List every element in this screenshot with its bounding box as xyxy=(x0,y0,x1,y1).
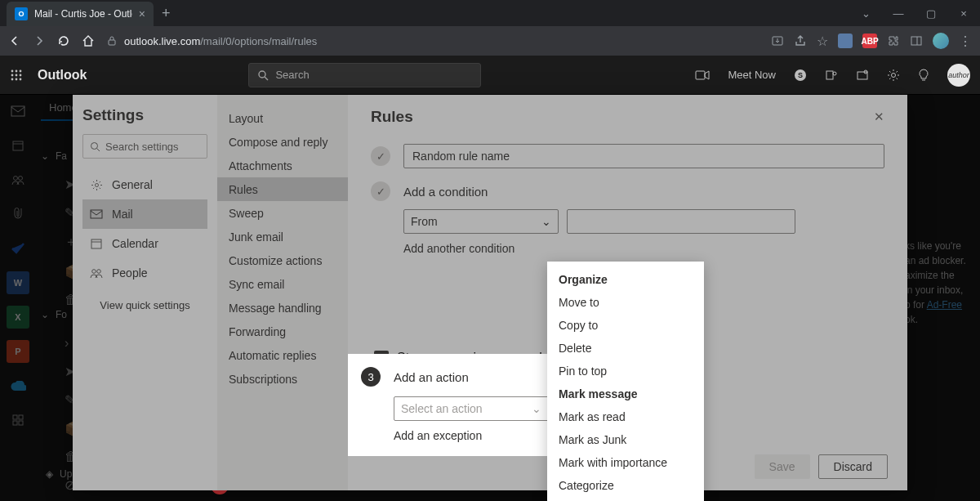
word-rail-icon[interactable]: W xyxy=(7,271,29,294)
condition-type-select[interactable]: From ⌄ xyxy=(403,209,559,234)
dd-categorize[interactable]: Categorize xyxy=(547,474,704,497)
profile-button[interactable]: author xyxy=(947,64,970,87)
maximize-button[interactable]: ▢ xyxy=(915,0,947,26)
condition-value-input[interactable] xyxy=(567,209,795,234)
new-tab-button[interactable]: + xyxy=(162,5,171,22)
rules-title: Rules xyxy=(371,108,413,126)
sidepanel-icon[interactable] xyxy=(910,34,923,47)
camera-icon[interactable] xyxy=(695,69,710,81)
search-input[interactable]: Search xyxy=(248,63,481,87)
chrome-menu-icon[interactable]: ⋮ xyxy=(959,34,972,49)
discard-button[interactable]: Discard xyxy=(818,454,888,479)
mail-sub-junk[interactable]: Junk email xyxy=(217,225,348,248)
settings-nav-calendar[interactable]: Calendar xyxy=(82,229,207,258)
svg-point-34 xyxy=(95,183,98,186)
view-quick-settings-link[interactable]: View quick settings xyxy=(82,299,207,311)
brand-label[interactable]: Outlook xyxy=(38,68,87,83)
mail-sub-rules[interactable]: Rules xyxy=(217,177,348,201)
mail-sub-attachments[interactable]: Attachments xyxy=(217,154,348,177)
excel-rail-icon[interactable]: X xyxy=(7,306,29,329)
rule-name-input[interactable] xyxy=(403,144,884,168)
mail-sub-sweep[interactable]: Sweep xyxy=(217,201,348,225)
meet-now-button[interactable]: Meet Now xyxy=(728,69,776,81)
mail-sub-auto-replies[interactable]: Automatic replies xyxy=(217,343,348,367)
forward-button[interactable] xyxy=(33,34,46,47)
svg-rect-36 xyxy=(91,239,101,248)
svg-rect-35 xyxy=(91,210,102,218)
install-app-icon[interactable] xyxy=(771,34,784,47)
svg-point-39 xyxy=(97,269,101,273)
svg-rect-30 xyxy=(13,421,17,425)
folders-section[interactable]: ⌄Fo xyxy=(41,309,67,320)
extension-icon[interactable] xyxy=(838,34,853,48)
svg-point-6 xyxy=(20,69,22,72)
extensions-puzzle-icon[interactable] xyxy=(887,34,900,47)
dd-pin-to-top[interactable]: Pin to top xyxy=(547,360,704,382)
calendar-rail-icon[interactable] xyxy=(7,134,29,157)
search-settings-input[interactable]: Search settings xyxy=(82,134,207,159)
address-bar[interactable]: outlook.live.com/mail/0/options/mail/rul… xyxy=(106,35,760,47)
minimize-button[interactable]: — xyxy=(882,0,915,26)
search-placeholder: Search xyxy=(275,69,309,81)
ad-free-link[interactable]: Ad-Free xyxy=(927,299,962,311)
people-rail-icon[interactable] xyxy=(7,168,29,191)
close-settings-button[interactable]: ✕ xyxy=(874,110,884,124)
mail-sub-message-handling[interactable]: Message handling xyxy=(217,296,348,320)
search-icon xyxy=(90,141,100,152)
profile-avatar-icon[interactable] xyxy=(933,33,949,49)
onedrive-rail-icon[interactable] xyxy=(7,374,29,397)
mail-sub-subscriptions[interactable]: Subscriptions xyxy=(217,367,348,391)
mail-sub-sync[interactable]: Sync email xyxy=(217,272,348,296)
more-apps-rail-icon[interactable] xyxy=(7,409,29,432)
browser-tab[interactable]: O Mail - Curtis Joe - Outlook × xyxy=(7,2,154,26)
skype-icon[interactable]: S xyxy=(794,69,807,82)
back-button[interactable] xyxy=(8,34,21,47)
svg-point-22 xyxy=(892,73,896,77)
close-tab-icon[interactable]: × xyxy=(139,7,145,20)
step1-badge: ✓ xyxy=(371,146,390,166)
svg-point-38 xyxy=(92,269,96,273)
dd-mark-importance[interactable]: Mark with importance xyxy=(547,451,704,474)
settings-nav-general[interactable]: General xyxy=(82,170,207,199)
svg-line-14 xyxy=(265,77,268,80)
todo-rail-icon[interactable] xyxy=(7,237,29,260)
people-icon xyxy=(89,268,104,279)
tips-bulb-icon[interactable] xyxy=(918,69,929,82)
teams-icon[interactable] xyxy=(825,69,838,82)
favorites-section[interactable]: ⌄Fa xyxy=(41,150,67,162)
powerpoint-rail-icon[interactable]: P xyxy=(7,340,29,363)
add-exception-button[interactable]: Add an exception xyxy=(394,429,482,442)
add-another-condition-button[interactable]: Add another condition xyxy=(403,242,514,255)
dd-mark-read[interactable]: Mark as read xyxy=(547,405,704,428)
mail-sub-customize[interactable]: Customize actions xyxy=(217,248,348,272)
upgrade-link[interactable]: ◈ Up xyxy=(46,468,72,480)
svg-point-8 xyxy=(16,74,18,76)
chevron-down-icon[interactable]: ⌄ xyxy=(849,0,882,26)
dd-copy-to[interactable]: Copy to xyxy=(547,314,704,337)
share-icon[interactable] xyxy=(794,34,807,47)
adblock-icon[interactable]: ABP xyxy=(862,34,877,48)
svg-rect-20 xyxy=(858,72,867,79)
svg-text:S: S xyxy=(798,71,803,79)
settings-nav-mail[interactable]: Mail xyxy=(82,199,207,229)
mail-rail-icon[interactable] xyxy=(7,100,29,123)
dd-mark-junk[interactable]: Mark as Junk xyxy=(547,428,704,451)
mail-sub-forwarding[interactable]: Forwarding xyxy=(217,320,348,343)
files-rail-icon[interactable] xyxy=(7,203,29,226)
close-window-button[interactable]: × xyxy=(947,0,980,26)
settings-nav-people[interactable]: People xyxy=(82,258,207,288)
settings-gear-icon[interactable] xyxy=(887,69,900,82)
step2-badge: ✓ xyxy=(371,181,390,201)
save-button[interactable]: Save xyxy=(755,454,810,479)
bookmark-star-icon[interactable]: ☆ xyxy=(817,34,828,49)
dd-delete[interactable]: Delete xyxy=(547,337,704,360)
outlook-new-icon[interactable] xyxy=(856,69,869,82)
mail-sub-layout[interactable]: Layout xyxy=(217,106,348,130)
app-launcher-icon[interactable] xyxy=(10,69,23,82)
dd-move-to[interactable]: Move to xyxy=(547,291,704,314)
reload-button[interactable] xyxy=(57,34,70,47)
home-button[interactable] xyxy=(82,34,95,47)
dd-header-route: Route xyxy=(547,497,704,501)
select-action-dropdown[interactable]: Select an action ⌄ xyxy=(394,396,549,421)
mail-sub-compose[interactable]: Compose and reply xyxy=(217,130,348,154)
